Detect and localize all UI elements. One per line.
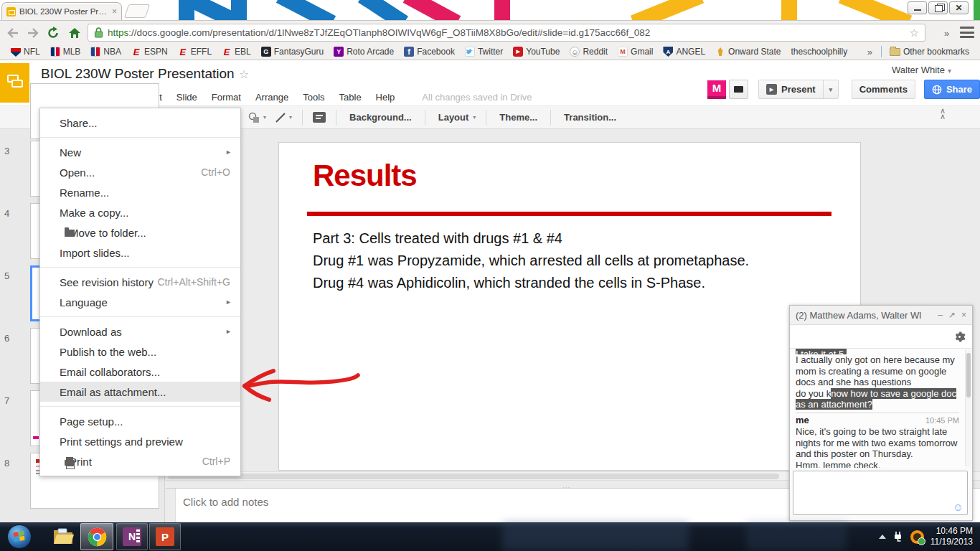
chat-minimize-icon[interactable]: – (938, 310, 943, 320)
bookmark-fantasyguru[interactable]: GFantasyGuru (256, 47, 329, 57)
star-document-icon[interactable]: ☆ (239, 67, 249, 81)
chrome-menu-icon[interactable] (960, 27, 974, 38)
slide-body-line[interactable]: Drug #1 was Propyzamide, which arrested … (313, 253, 749, 269)
new-tab-button[interactable] (124, 4, 150, 18)
notes-placeholder[interactable]: Click to add notes (183, 496, 268, 508)
menu-item-publish-to-web[interactable]: Publish to the web... (40, 342, 240, 362)
antivirus-tray-icon[interactable] (910, 530, 924, 544)
chat-titlebar[interactable]: (2) Matthew Adams, Walter Wl – ↗ × (790, 306, 972, 325)
bookmark-facebook[interactable]: fFacebook (399, 47, 460, 57)
slide-body-line[interactable]: Drug #4 was Aphidicolin, which stranded … (313, 275, 705, 291)
menu-item-rename[interactable]: Rename... (40, 182, 240, 202)
forward-button[interactable] (24, 24, 42, 42)
browser-tab[interactable]: BIOL 230W Poster Present × (1, 2, 122, 20)
taskbar-chrome-button[interactable] (80, 523, 113, 550)
chat-scrollbar-handle[interactable] (966, 353, 971, 397)
bookmark-onwardstate[interactable]: Onward State (710, 47, 786, 57)
bookmark-nba[interactable]: NBA (85, 47, 126, 57)
bookmark-theschoolphilly[interactable]: theschoolphilly (786, 47, 852, 57)
menu-item-move-to-folder[interactable]: Move to folder... (40, 222, 240, 242)
reload-button[interactable] (44, 24, 62, 42)
menu-item-share[interactable]: Share... (40, 113, 240, 133)
line-tool-button[interactable]: ▾ (270, 112, 296, 123)
line-icon (275, 112, 286, 123)
scrollbar-handle[interactable] (168, 474, 779, 479)
window-restore-button[interactable] (928, 1, 948, 14)
tray-expand-icon[interactable] (879, 534, 886, 539)
present-dropdown-button[interactable]: ▾ (823, 80, 839, 99)
shape-tool-button[interactable]: ▾ (244, 112, 270, 123)
taskbar-explorer-button[interactable] (47, 523, 79, 550)
bookmark-reddit[interactable]: ☺Reddit (565, 47, 613, 57)
chat-settings-gear-icon[interactable] (953, 331, 966, 346)
present-button[interactable]: ▶ Present (758, 80, 824, 99)
menu-item-make-a-copy[interactable]: Make a copy... (40, 202, 240, 222)
chat-scrollbar[interactable] (965, 350, 971, 466)
extensions-overflow-icon[interactable]: » (944, 28, 949, 39)
layout-button[interactable]: Layout▾ (431, 112, 481, 123)
menu-arrange[interactable]: Arrange (248, 86, 296, 108)
slide-body-line[interactable]: Part 3: Cells treated with drugs #1 & #4 (313, 230, 562, 247)
start-button[interactable] (7, 524, 32, 549)
window-close-button[interactable]: ✕ (949, 1, 969, 14)
bookmarks-overflow-icon[interactable]: » (862, 47, 878, 57)
comments-button[interactable]: Comments (852, 80, 915, 99)
menu-item-print[interactable]: PrintCtrl+P (40, 451, 240, 471)
window-minimize-button[interactable] (908, 1, 927, 14)
bookmark-rotoarcade[interactable]: YRoto Arcade (329, 47, 399, 57)
taskbar-clock[interactable]: 10:46 PM 11/19/2013 (930, 526, 976, 547)
google-slides-logo[interactable] (0, 63, 29, 103)
bookmark-star-icon[interactable]: ☆ (910, 27, 919, 39)
background-button[interactable]: Background... (342, 112, 419, 123)
menu-help[interactable]: Help (369, 86, 402, 108)
bookmark-mlb[interactable]: MLB (45, 47, 86, 57)
bookmark-ebl[interactable]: EEBL (217, 47, 256, 57)
bookmark-angel[interactable]: AANGEL (658, 47, 710, 57)
menu-item-page-setup[interactable]: Page setup... (40, 411, 240, 431)
menu-slide[interactable]: Slide (169, 86, 204, 108)
document-title[interactable]: BIOL 230W Poster Presentation (41, 66, 235, 82)
chat-input[interactable]: ☺ (793, 471, 968, 515)
taskbar-powerpoint-button[interactable]: P (149, 523, 181, 550)
bookmark-nfl[interactable]: NFL (6, 47, 45, 57)
emoji-smiley-icon[interactable]: ☺ (953, 501, 963, 513)
line-dropdown-icon[interactable]: ▾ (289, 114, 292, 121)
bookmark-youtube[interactable]: ▶YouTube (508, 47, 565, 57)
address-bar[interactable]: https://docs.google.com/presentation/d/1… (88, 24, 925, 42)
chat-popout-icon[interactable]: ↗ (948, 310, 956, 320)
account-name[interactable]: Walter White▾ (892, 65, 951, 75)
theme-button[interactable]: Theme... (492, 112, 545, 123)
bookmark-twitter[interactable]: Twitter (460, 47, 508, 57)
menu-item-language[interactable]: Language► (40, 292, 240, 312)
menu-tools[interactable]: Tools (296, 86, 331, 108)
bookmark-espn[interactable]: EESPN (126, 47, 173, 57)
menu-item-print-settings[interactable]: Print settings and preview (40, 431, 240, 451)
taskbar-onenote-button[interactable]: N (116, 523, 148, 550)
slide-canvas[interactable]: Results Part 3: Cells treated with drugs… (278, 142, 861, 471)
transition-button[interactable]: Transition... (557, 112, 623, 123)
collaborator-avatar[interactable]: M (707, 80, 726, 99)
menu-item-see-revision-history[interactable]: See revision historyCtrl+Alt+Shift+G (40, 272, 240, 292)
bookmark-gmail[interactable]: MGmail (613, 47, 658, 57)
menu-item-new[interactable]: New► (40, 142, 240, 162)
back-button[interactable] (4, 24, 22, 42)
share-button[interactable]: Share (924, 80, 980, 99)
other-bookmarks-button[interactable]: Other bookmarks (885, 47, 974, 57)
tab-close-icon[interactable]: × (112, 6, 117, 17)
chat-close-icon[interactable]: × (961, 310, 966, 320)
menu-item-download-as[interactable]: Download as► (40, 321, 240, 342)
bookmark-effl[interactable]: EEFFL (173, 47, 217, 57)
text-box-button[interactable] (308, 112, 330, 123)
menu-item-email-collaborators[interactable]: Email collaborators... (40, 362, 240, 382)
menu-item-email-as-attachment[interactable]: Email as attachment... (40, 382, 240, 402)
menu-format[interactable]: Format (204, 86, 248, 108)
home-button[interactable] (66, 24, 83, 42)
menu-item-import-slides[interactable]: Import slides... (40, 242, 240, 263)
menu-table[interactable]: Table (332, 86, 369, 108)
chat-toggle-button[interactable] (729, 80, 748, 99)
power-plug-icon[interactable] (892, 531, 904, 543)
slide-title[interactable]: Results (313, 159, 417, 193)
shape-dropdown-icon[interactable]: ▾ (263, 114, 266, 121)
collapse-toolbar-button[interactable]: ∧∧ (940, 108, 946, 119)
menu-item-open[interactable]: Open...Ctrl+O (40, 162, 240, 182)
